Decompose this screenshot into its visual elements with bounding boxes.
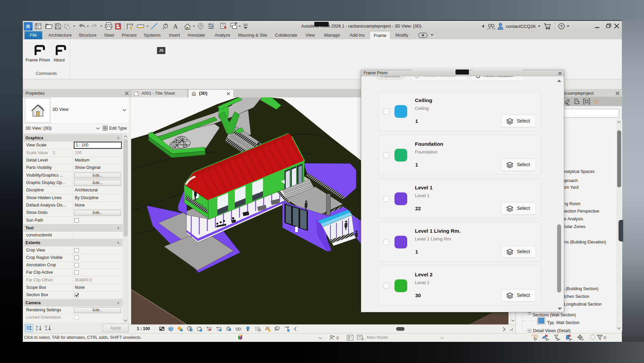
svg-text:A: A	[45, 328, 47, 331]
svg-text::0: :0	[603, 335, 606, 340]
svg-text::0: :0	[335, 336, 339, 341]
svg-text:R: R	[26, 24, 30, 29]
svg-text:Z: Z	[36, 328, 38, 331]
svg-text:A: A	[173, 23, 178, 30]
svg-text:?: ?	[560, 24, 562, 29]
svg-text:contactCCQ2K: contactCCQ2K	[506, 24, 536, 29]
svg-text:A: A	[36, 325, 38, 328]
svg-text:Z: Z	[45, 325, 47, 328]
